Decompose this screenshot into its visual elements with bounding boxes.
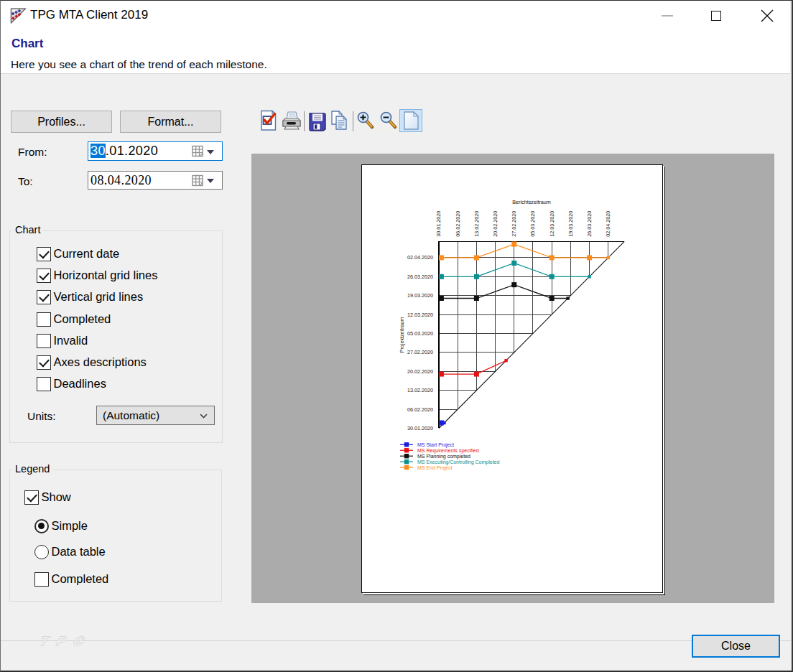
show-legend-checkbox[interactable] [24,490,39,505]
x-tick-label: 26.03.2020 [586,211,593,237]
series-line [439,360,506,374]
x-tick-label: 12.03.2020 [549,211,555,237]
vertical-grid-lines-label: Vertical grid lines [54,290,144,304]
save-icon[interactable] [307,111,328,132]
series-marker [549,274,555,279]
legend-marker [404,465,409,470]
legend-label: MS Requirements specified [417,448,479,454]
y-tick-label: 06.02.2020 [407,406,433,413]
data-table-label: Data table [52,545,106,559]
legend-label: MS Executing/Controlling Completed [417,459,499,465]
axes-descriptions-label: Axes descriptions [54,355,147,369]
invalid-checkbox[interactable] [37,334,51,348]
zoom-in-icon[interactable] [356,111,376,132]
series-marker [439,372,444,377]
series-completed-marker [566,297,569,299]
x-tick-label: 19.03.2020 [567,211,574,237]
series-marker [474,255,479,260]
from-date-field[interactable]: 30.01.2020 [88,141,223,161]
from-label: From: [18,146,47,158]
x-tick-label: 30.01.2020 [436,211,442,237]
y-tick-label: 27.02.2020 [407,349,433,355]
series-marker [439,255,444,260]
series-marker [474,274,479,279]
legend-label: MS End Project [417,465,453,471]
series-marker [549,255,555,260]
footer-divider [0,640,791,641]
from-date-rest-text: .01.2020 [106,144,158,158]
close-window-button[interactable] [751,0,784,32]
series-marker [439,296,444,301]
series-completed-marker [588,275,590,278]
series-completed-marker [607,256,610,259]
simple-radio[interactable] [34,519,49,533]
y-tick-label: 26.03.2020 [407,274,433,280]
radio-row-data-table[interactable]: Data table [34,544,106,559]
close-button[interactable]: Close [692,635,780,658]
current-date-checkbox[interactable] [37,247,51,261]
series-marker [474,372,479,377]
legend-completed-label: Completed [52,572,109,586]
horizontal-grid-lines-checkbox[interactable] [37,269,51,283]
checkbox-row-vertical-grid-lines[interactable]: Vertical grid lines [37,289,143,304]
y-tick-label: 02.04.2020 [407,254,433,261]
calendar-icon[interactable] [192,174,204,187]
report-check-icon[interactable] [259,110,279,131]
deadlines-checkbox[interactable] [37,377,51,391]
completed-checkbox[interactable] [37,312,51,327]
x-tick-label: 05.03.2020 [529,211,536,237]
to-date-field[interactable]: 08.04.2020 [88,171,223,190]
checkbox-row-deadlines[interactable]: Deadlines [37,376,106,391]
copy-icon[interactable] [330,110,350,131]
checkbox-row-horizontal-grid-lines[interactable]: Horizontal grid lines [37,268,157,283]
app-icon [9,6,27,24]
to-dropdown-caret-icon[interactable] [207,179,214,183]
x-tick-label: 06.02.2020 [455,211,461,237]
legend-marker [404,459,409,464]
checkbox-row-completed[interactable]: Completed [37,312,111,327]
y-tick-label: 05.03.2020 [407,330,433,337]
profiles-button[interactable]: Profiles... [11,111,112,133]
checkbox-row-legend-completed[interactable]: Completed [34,571,108,587]
to-label: To: [18,175,33,187]
y-axis-title: Projektzeitraum [399,317,406,353]
checkbox-row-invalid[interactable]: Invalid [37,333,88,348]
maximize-button[interactable] [700,0,733,32]
from-date-value: 30.01.2020 [88,144,158,159]
checkbox-row-current-date[interactable]: Current date [37,246,119,261]
units-value: (Automatic) [97,409,159,422]
radio-row-simple[interactable]: Simple [34,518,88,533]
x-tick-label: 27.02.2020 [511,211,517,237]
from-dropdown-caret-icon[interactable] [207,150,214,154]
zoom-out-icon[interactable] [379,111,399,132]
chevron-down-icon [200,414,208,419]
legend-group-label: Legend [12,463,52,475]
calendar-icon[interactable] [192,145,204,157]
vertical-grid-lines-checkbox[interactable] [37,290,51,304]
mta-chart: 30.01.202006.02.202013.02.202020.02.2020… [362,165,664,594]
checkbox-row-show-legend[interactable]: Show [24,490,71,505]
chart-group-label: Chart [12,224,43,235]
page-subtitle: Here you see a chart of the trend of eac… [11,58,267,71]
whole-page-icon [404,111,419,130]
app-window: TPG MTA Client 2019 Chart Here you see a… [0,0,793,672]
simple-label: Simple [52,519,88,533]
legend-marker [404,442,409,447]
from-date-selected-text: 30 [91,144,106,158]
series-marker [439,274,444,279]
series-completed-marker [504,359,507,362]
series-line [439,285,568,299]
window-title: TPG MTA Client 2019 [30,8,148,22]
minimize-button[interactable] [651,0,683,32]
axes-descriptions-checkbox[interactable] [37,355,51,370]
data-table-radio[interactable] [34,545,49,559]
whole-page-button[interactable] [399,109,422,132]
legend-completed-checkbox[interactable] [34,572,49,587]
preview-area: 30.01.202006.02.202013.02.202020.02.2020… [251,154,774,603]
units-select[interactable]: (Automatic) [96,406,215,425]
checkbox-row-axes-descriptions[interactable]: Axes descriptions [37,355,147,370]
print-icon[interactable] [282,111,302,132]
format-button[interactable]: Format... [120,111,221,133]
report-page: 30.01.202006.02.202013.02.202020.02.2020… [361,164,663,593]
legend-marker [404,448,409,452]
